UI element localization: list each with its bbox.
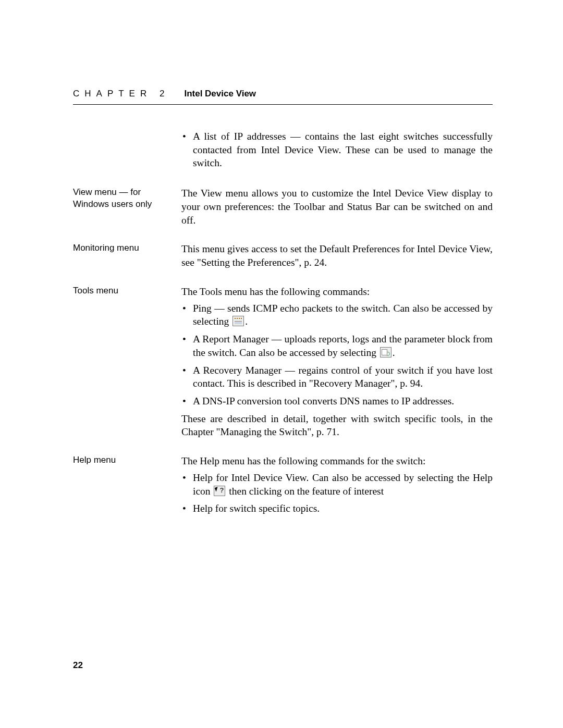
text-report-b: .	[393, 347, 395, 358]
section-tools-menu: Tools menu The Tools menu has the follow…	[73, 285, 493, 442]
section-view-menu: View menu — for Windows users only The V…	[73, 187, 493, 230]
running-head: CHAPTER 2 Intel Device View	[73, 89, 493, 105]
section-help-menu: Help menu The Help menu has the followin…	[73, 454, 493, 520]
report-manager-icon	[380, 347, 391, 357]
text-report-a: A Report Manager — uploads reports, logs…	[193, 334, 493, 358]
text-help-idv-b: then clicking on the feature of interest	[226, 486, 384, 497]
ping-icon	[232, 316, 244, 326]
text-help-intro: The Help menu has the following commands…	[181, 454, 493, 468]
side-view-menu: View menu — for Windows users only	[73, 187, 181, 211]
bullet-ip-list: A list of IP addresses — contains the la…	[181, 130, 493, 170]
bullet-help-idv: Help for Intel Device View. Can also be …	[181, 471, 493, 498]
side-tools-menu: Tools menu	[73, 285, 181, 297]
bullet-ping: Ping — sends ICMP echo packets to the sw…	[181, 302, 493, 328]
chapter-label: CHAPTER 2	[73, 89, 169, 99]
bullet-recovery-manager: A Recovery Manager — regains control of …	[181, 364, 493, 390]
section-monitoring-menu: Monitoring menu This menu gives access t…	[73, 242, 493, 272]
chapter-title: Intel Device View	[184, 89, 256, 99]
bullet-report-manager: A Report Manager — uploads reports, logs…	[181, 332, 493, 359]
text-monitoring-menu: This menu gives access to set the Defaul…	[181, 242, 493, 269]
page-number: 22	[73, 660, 83, 671]
side-monitoring-menu: Monitoring menu	[73, 242, 181, 254]
page: CHAPTER 2 Intel Device View A list of IP…	[0, 0, 563, 728]
text-view-menu: The View menu allows you to customize th…	[181, 187, 493, 227]
text-tools-intro: The Tools menu has the following command…	[181, 285, 493, 299]
bullet-dns-ip: A DNS-IP conversion tool converts DNS na…	[181, 394, 493, 408]
bullet-help-specific: Help for switch specific topics.	[181, 502, 493, 515]
help-pointer-icon	[214, 486, 225, 496]
section-ip-list: A list of IP addresses — contains the la…	[73, 130, 493, 174]
text-ping-b: .	[245, 316, 248, 327]
text-tools-outro: These are described in detail, together …	[181, 412, 493, 439]
side-help-menu: Help menu	[73, 454, 181, 466]
